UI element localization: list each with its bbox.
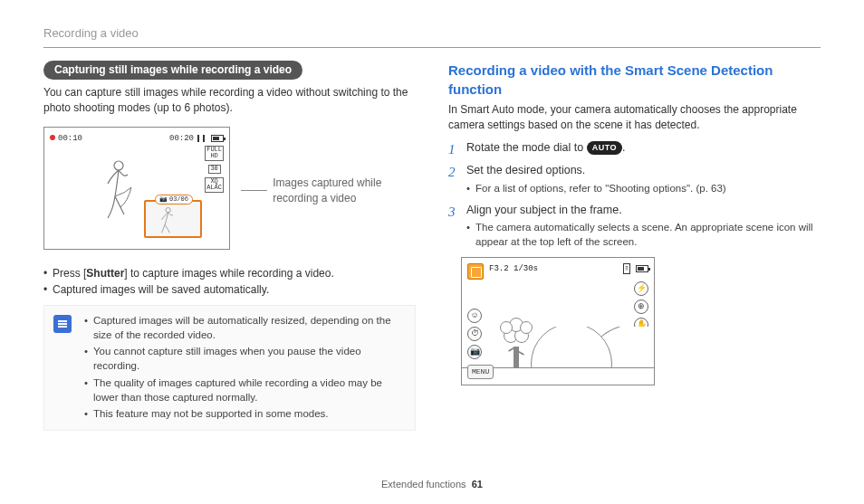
instruction-bullets: Press [Shutter] to capture images while … bbox=[43, 266, 416, 299]
skater-figure-icon bbox=[101, 158, 140, 227]
zoom-icon: ⊕ bbox=[634, 300, 648, 314]
landscape-hills bbox=[531, 327, 654, 368]
quality-icon: XQ ALAC bbox=[205, 177, 224, 193]
section-heading: Recording a video with the Smart Scene D… bbox=[448, 61, 821, 99]
timer-icon: ⏱ bbox=[467, 327, 482, 341]
elapsed-time: 00:10 bbox=[58, 134, 82, 143]
left-column: Capturing still images while recording a… bbox=[43, 61, 416, 431]
step-3-sub: The camera automatically selects a scene… bbox=[466, 220, 821, 249]
note-item: This feature may not be supported in som… bbox=[84, 406, 408, 421]
bullet-shutter: Press [Shutter] to capture images while … bbox=[43, 266, 416, 281]
bullet-saved: Captured images will be saved automatica… bbox=[43, 282, 416, 298]
face-icon: ☺ bbox=[467, 309, 482, 323]
remaining-time: 00:20 bbox=[169, 133, 194, 145]
step-1: Rotate the mode dial to AUTO. bbox=[448, 140, 821, 157]
breadcrumb: Recording a video bbox=[43, 25, 821, 42]
battery-icon bbox=[211, 135, 224, 142]
section-intro: In Smart Auto mode, your camera automati… bbox=[448, 102, 821, 133]
callout-line bbox=[241, 190, 267, 191]
note-item: The quality of images captured while rec… bbox=[84, 376, 408, 404]
flash-icon: ⚡ bbox=[634, 281, 648, 296]
svg-point-1 bbox=[166, 207, 170, 212]
step-2: Set the desired options. For a list of o… bbox=[448, 163, 821, 195]
pause-icon bbox=[197, 135, 205, 142]
right-column: Recording a video with the Smart Scene D… bbox=[448, 61, 821, 431]
exposure-readout: F3.2 1/30s bbox=[489, 263, 538, 275]
auto-mode-badge: AUTO bbox=[587, 141, 622, 155]
intro-text: You can capture still images while recor… bbox=[43, 85, 416, 116]
pill-heading: Capturing still images while recording a… bbox=[43, 61, 302, 80]
lcd-preview-recording: 00:10 00:20 FULL HD 30 XQ ALAC bbox=[43, 127, 230, 250]
captured-thumbnail: 📷 03/06 bbox=[144, 200, 202, 238]
step-3: Align your subject in the frame. The cam… bbox=[448, 203, 821, 250]
camera-mode-icon: 📷 bbox=[467, 345, 482, 359]
scene-icon bbox=[467, 263, 484, 280]
note-box: Captured images will be automatically re… bbox=[43, 305, 416, 431]
page-footer: Extended functions 61 bbox=[0, 478, 864, 491]
note-icon bbox=[53, 315, 72, 333]
svg-point-0 bbox=[114, 161, 123, 170]
steps-list: Rotate the mode dial to AUTO. Set the de… bbox=[448, 140, 821, 250]
callout-label: Images captured while recording a video bbox=[273, 176, 416, 206]
battery-icon bbox=[636, 265, 648, 272]
record-dot-icon bbox=[50, 135, 55, 140]
menu-button[interactable]: MENU bbox=[467, 365, 494, 378]
step-2-sub: For a list of options, refer to "Shootin… bbox=[466, 181, 821, 195]
note-item: Captured images will be automatically re… bbox=[84, 313, 408, 342]
resolution-icon: FULL HD bbox=[205, 146, 224, 161]
sd-icon: ▯ bbox=[623, 263, 630, 274]
note-item: You cannot capture still images when you… bbox=[84, 344, 408, 373]
rule bbox=[43, 47, 821, 48]
fps-icon: 30 bbox=[208, 165, 221, 174]
lcd-preview-smartscene: F3.2 1/30s ▯ ⚡ ⊕ ✋ ☺ ⏱ 📷 bbox=[461, 257, 655, 385]
tree-icon bbox=[500, 310, 533, 368]
